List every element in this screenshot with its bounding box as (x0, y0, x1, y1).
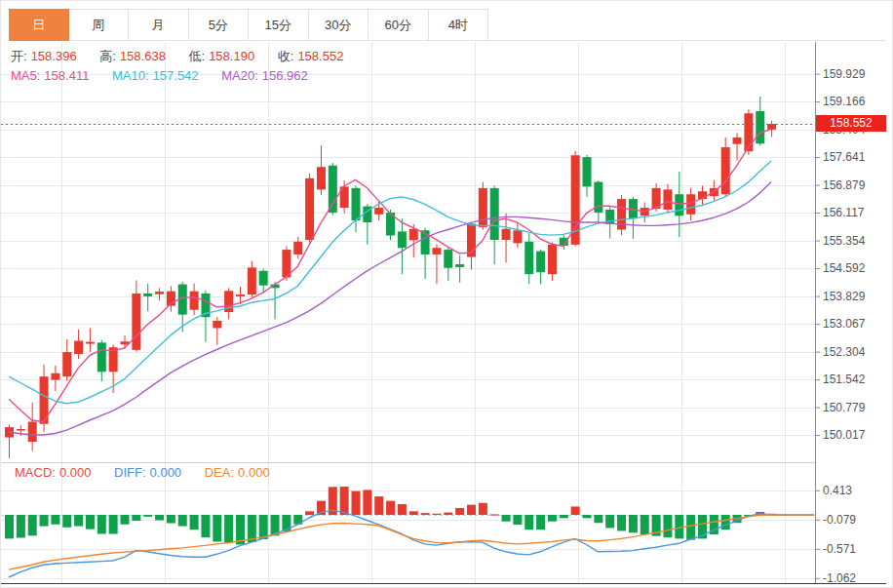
svg-text:153.829: 153.829 (823, 290, 866, 303)
svg-text:-1.062: -1.062 (823, 571, 856, 585)
tab-timeframe-0[interactable]: 日 (9, 9, 69, 41)
last-price-badge: 158.552 (816, 115, 886, 132)
svg-text:156.879: 156.879 (823, 178, 866, 192)
tab-timeframe-3[interactable]: 5分 (189, 9, 250, 40)
svg-text:150.779: 150.779 (823, 401, 866, 414)
svg-text:0.413: 0.413 (823, 484, 852, 497)
svg-text:155.354: 155.354 (823, 234, 866, 248)
tab-timeframe-5[interactable]: 30分 (309, 9, 369, 40)
svg-text:-0.571: -0.571 (823, 542, 856, 556)
svg-text:159.166: 159.166 (823, 95, 866, 108)
svg-text:150.017: 150.017 (823, 428, 866, 442)
macd-chart[interactable]: 0.413-0.079-0.571-1.062 (1, 462, 893, 588)
svg-text:159.929: 159.929 (823, 67, 866, 81)
svg-text:152.304: 152.304 (823, 345, 866, 359)
svg-text:153.067: 153.067 (823, 317, 866, 331)
tab-timeframe-4[interactable]: 15分 (249, 9, 309, 40)
timeframe-tabs: 日周月5分15分30分60分4时 (9, 9, 886, 41)
svg-text:151.542: 151.542 (823, 372, 866, 386)
stock-chart-widget: 日周月5分15分30分60分4时 159.929159.166158.40415… (0, 0, 893, 588)
tab-timeframe-2[interactable]: 月 (129, 9, 189, 40)
price-chart[interactable]: 159.929159.166158.404157.641156.879156.1… (1, 42, 893, 462)
svg-text:-0.079: -0.079 (823, 513, 856, 527)
svg-text:157.641: 157.641 (823, 150, 866, 164)
svg-text:156.117: 156.117 (823, 206, 865, 219)
tab-timeframe-6[interactable]: 60分 (369, 9, 429, 40)
tab-timeframe-7[interactable]: 4时 (429, 9, 489, 40)
svg-text:154.592: 154.592 (823, 261, 866, 275)
tab-timeframe-1[interactable]: 周 (69, 9, 130, 40)
